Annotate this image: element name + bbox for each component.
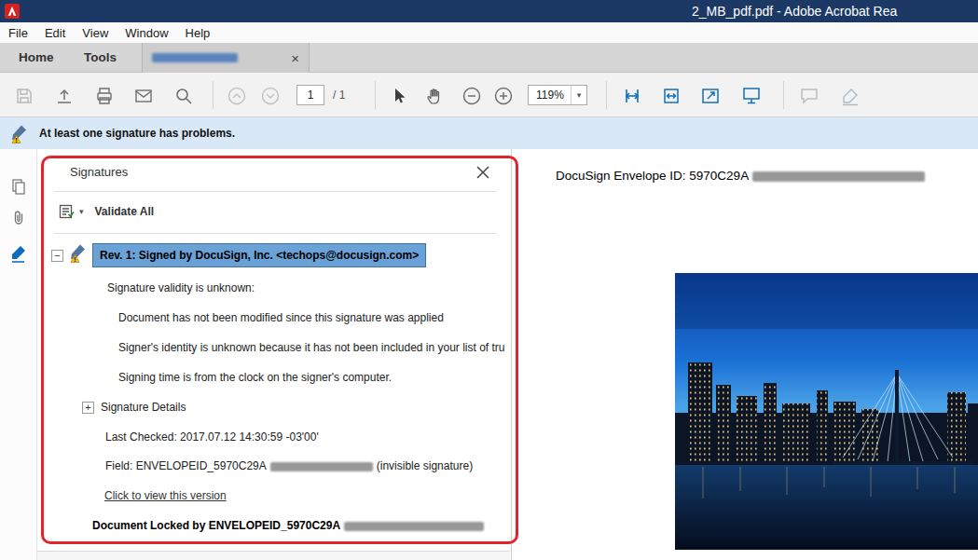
zoom-in-icon — [492, 85, 515, 107]
fullscreen-button[interactable] — [697, 83, 723, 109]
title-bar: 2_MB_pdf.pdf - Adobe Acrobat Rea — [0, 0, 978, 22]
select-tool-button[interactable] — [386, 83, 412, 109]
hand-tool-icon — [424, 86, 445, 106]
document-locked-text: Document Locked by ENVELOPEID_5970C29A — [92, 519, 488, 532]
search-icon — [173, 86, 194, 106]
navigation-sidebar — [0, 149, 37, 560]
collapse-signature-button[interactable]: − — [51, 250, 63, 262]
close-panel-button[interactable] — [474, 163, 492, 182]
next-page-icon — [259, 85, 282, 107]
svg-text:!: ! — [15, 137, 17, 143]
save-button[interactable] — [11, 83, 37, 109]
tab-tools[interactable]: Tools — [71, 43, 130, 73]
acrobat-window: 2_MB_pdf.pdf - Adobe Acrobat Rea File Ed… — [0, 0, 978, 560]
tab-bar: Home Tools × — [0, 43, 978, 73]
validate-all-icon — [58, 202, 76, 221]
notification-message: At least one signature has problems. — [39, 117, 235, 149]
redacted-text — [344, 522, 484, 531]
docusign-envelope-id: DocuSign Envelope ID: 5970C29A — [556, 169, 929, 183]
signature-revision-row[interactable]: Rev. 1: Signed by DocuSign, Inc. <techop… — [92, 243, 426, 267]
previous-page-button[interactable] — [224, 83, 250, 109]
presentation-icon — [740, 85, 763, 107]
search-button[interactable] — [171, 83, 197, 109]
expand-signature-details-button[interactable]: + — [82, 402, 94, 414]
document-page: DocuSign Envelope ID: 5970C29A — [513, 149, 978, 560]
page-number-input[interactable]: 1 — [296, 85, 324, 105]
redacted-document-name — [152, 53, 238, 62]
signature-warning-icon: ! — [8, 122, 31, 148]
signature-warning-icon: ! — [67, 241, 90, 267]
fill-sign-button[interactable] — [837, 83, 863, 109]
menu-bar: File Edit View Window Help — [0, 22, 978, 43]
toolbar: 1 / 1 119% ▾ — [0, 73, 978, 117]
validate-all-button[interactable]: ▾ Validate All — [58, 199, 154, 224]
close-icon — [475, 164, 491, 181]
comment-icon — [798, 85, 820, 107]
previous-page-icon — [226, 85, 248, 107]
zoom-in-button[interactable] — [490, 83, 517, 109]
page-scrolling-icon — [621, 85, 643, 107]
city-skyline-image — [675, 273, 978, 550]
comment-button[interactable] — [796, 83, 822, 109]
signature-modified-text: Document has not been modified since thi… — [118, 311, 444, 324]
validate-all-label: Validate All — [95, 205, 155, 218]
view-version-link[interactable]: Click to view this version — [104, 489, 227, 502]
chevron-down-icon[interactable]: ▾ — [571, 86, 586, 104]
locked-prefix: Document Locked by ENVELOPEID_5970C29A — [92, 519, 340, 532]
page-thumbnails-icon — [9, 177, 28, 196]
upload-share-button[interactable] — [51, 83, 77, 109]
hand-tool-button[interactable] — [421, 83, 448, 109]
menu-help[interactable]: Help — [177, 26, 219, 40]
field-suffix: (invisible signature) — [377, 459, 473, 472]
upload-icon — [54, 86, 75, 106]
close-tab-icon[interactable]: × — [291, 50, 299, 66]
zoom-level-select[interactable]: 119% ▾ — [528, 85, 587, 105]
redacted-text — [752, 171, 925, 182]
menu-edit[interactable]: Edit — [36, 26, 74, 40]
tab-home[interactable]: Home — [6, 43, 67, 73]
attachments-paperclip-icon — [9, 209, 28, 227]
email-button[interactable] — [131, 83, 157, 109]
panel-divider — [54, 233, 496, 234]
signer-identity-text: Signer's identity is unknown because it … — [118, 341, 505, 354]
signatures-pen-icon — [8, 243, 29, 264]
print-icon — [94, 86, 115, 106]
signature-details-label[interactable]: Signature Details — [101, 401, 186, 414]
fit-page-button[interactable] — [658, 83, 684, 109]
save-icon — [14, 86, 34, 106]
svg-text:!: ! — [74, 256, 76, 263]
zoom-value: 119% — [529, 89, 571, 102]
zoom-out-icon — [461, 85, 483, 107]
envelope-label: DocuSign Envelope ID: 5970C29A — [556, 169, 749, 183]
panel-divider — [54, 191, 496, 192]
zoom-out-button[interactable] — [459, 83, 485, 109]
next-page-button[interactable] — [257, 83, 283, 109]
attachments-button[interactable] — [6, 205, 32, 231]
redacted-text — [270, 462, 373, 471]
menu-file[interactable]: File — [0, 26, 36, 40]
print-button[interactable] — [91, 83, 117, 109]
adobe-logo-icon — [5, 4, 20, 19]
email-icon — [133, 86, 154, 106]
signatures-panel: Signatures ▾ Validate All − ! Rev. 1: Si… — [37, 149, 512, 560]
tab-document[interactable]: × — [142, 43, 310, 73]
signature-validity-text: Signature validity is unknown: — [107, 281, 255, 294]
fit-page-icon — [660, 85, 682, 107]
menu-view[interactable]: View — [74, 26, 117, 40]
fill-sign-pen-icon — [839, 85, 861, 107]
notification-bar: ! At least one signature has problems. — [0, 117, 978, 149]
presentation-button[interactable] — [738, 83, 764, 109]
toolbar-separator — [375, 81, 376, 109]
page-count-label: / 1 — [333, 89, 345, 102]
field-prefix: Field: ENVELOPEID_5970C29A — [105, 459, 267, 472]
page-scrolling-button[interactable] — [619, 83, 645, 109]
menu-window[interactable]: Window — [117, 26, 176, 40]
fullscreen-icon — [699, 85, 722, 107]
signatures-panel-button[interactable] — [6, 240, 32, 266]
page-thumbnails-button[interactable] — [6, 173, 32, 199]
toolbar-separator — [783, 81, 784, 109]
field-text: Field: ENVELOPEID_5970C29A(invisible sig… — [105, 459, 473, 472]
horizontal-scrollbar[interactable] — [37, 551, 510, 560]
last-checked-text: Last Checked: 2017.07.12 14:30:59 -03'00… — [105, 430, 319, 444]
toolbar-separator — [213, 81, 214, 109]
